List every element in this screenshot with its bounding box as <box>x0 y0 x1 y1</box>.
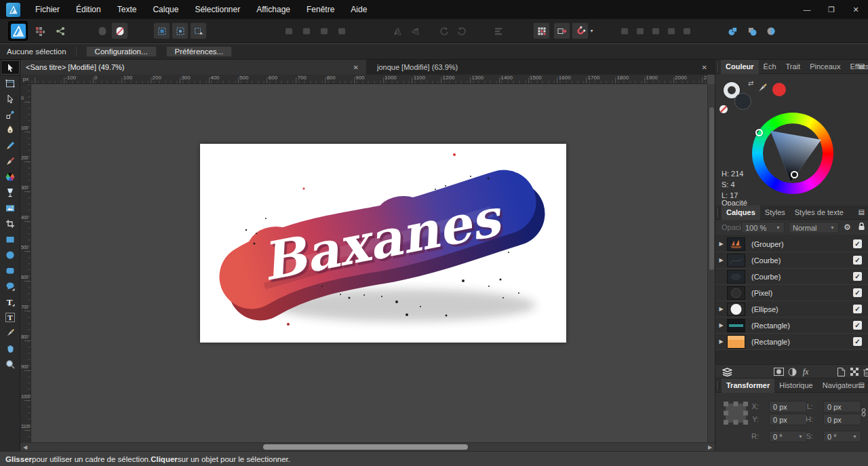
transform-field-l[interactable]: 0 px <box>823 401 861 412</box>
alignment-button[interactable] <box>490 22 507 39</box>
rotate-cw-button[interactable] <box>453 22 470 39</box>
vector-crop-tool[interactable] <box>0 216 20 231</box>
replace-selection-button[interactable] <box>678 22 695 39</box>
transform-field-h[interactable]: 0 px <box>823 414 861 425</box>
tab-historique[interactable]: Historique <box>774 378 818 393</box>
rectangle-tool[interactable] <box>0 231 20 247</box>
layer-visibility-checkbox[interactable]: ✓ <box>853 288 862 297</box>
boolean-subtract-button[interactable] <box>743 22 760 39</box>
artistic-text-tool[interactable]: T <box>0 294 20 309</box>
eyedropper-icon[interactable] <box>756 82 768 94</box>
ellipse-tool[interactable] <box>0 247 20 263</box>
layer-expand-icon[interactable]: ▶ <box>715 338 727 345</box>
node-tool[interactable] <box>0 91 20 106</box>
layer-thumbnail-dark-circle[interactable] <box>727 286 745 300</box>
layer-thumbnail-dark-curve[interactable] <box>727 254 745 267</box>
tab-close-icon[interactable]: ✕ <box>351 64 361 71</box>
canvas-pasteboard[interactable]: Baxanes Baxanes <box>31 84 707 442</box>
adjustment-layer-icon[interactable] <box>786 366 798 378</box>
layer-row[interactable]: (Courbe)✓ <box>715 269 868 285</box>
tab-styles-de-texte[interactable]: Styles de texte <box>790 206 848 220</box>
tab-ech[interactable]: Éch <box>759 60 781 74</box>
panel-grip[interactable] <box>717 381 719 390</box>
insert-inside-button[interactable] <box>647 22 664 39</box>
rotate-ccw-button[interactable] <box>435 22 452 39</box>
move-to-front-button[interactable] <box>333 22 350 39</box>
layer-effects-icon[interactable]: fx <box>800 366 812 378</box>
transform-field-s[interactable]: 0 °▼ <box>823 431 861 442</box>
swap-swatches-icon[interactable]: ⇄ <box>748 79 753 87</box>
panel-grip[interactable] <box>717 62 719 71</box>
layer-row[interactable]: ▶(Ellipse)✓ <box>715 301 868 317</box>
layer-thumbnail-orange-rect[interactable] <box>727 335 745 349</box>
configuration-button[interactable]: Configuration... <box>86 46 157 57</box>
layer-row[interactable]: ▶(Grouper)✓ <box>715 236 868 252</box>
panel-menu-icon[interactable]: ▤ <box>859 62 865 70</box>
colour-picker-tool[interactable] <box>0 325 20 341</box>
menu-edition[interactable]: Édition <box>68 0 109 19</box>
menu-fenetre[interactable]: Fenêtre <box>298 0 342 19</box>
toggle-clip-canvas-button[interactable] <box>111 22 128 39</box>
show-grid-toggle[interactable] <box>533 22 550 39</box>
layer-expand-icon[interactable]: ▶ <box>715 257 727 263</box>
move-forward-button[interactable] <box>315 22 332 39</box>
move-to-back-button[interactable] <box>280 22 297 39</box>
caret-down-icon[interactable]: ▼ <box>798 434 803 439</box>
hue-handle[interactable] <box>755 129 763 136</box>
layer-visibility-checkbox[interactable]: ✓ <box>853 256 862 265</box>
vector-brush-tool[interactable] <box>0 153 20 169</box>
menu-affichage[interactable]: Affichage <box>248 0 298 19</box>
move-tool[interactable] <box>0 60 20 75</box>
point-transform-tool[interactable] <box>0 106 20 122</box>
boolean-intersect-button[interactable] <box>762 22 779 39</box>
shape-tool[interactable] <box>0 278 20 294</box>
no-color-swatch[interactable] <box>719 105 728 113</box>
link-dimensions-icon[interactable] <box>861 408 866 417</box>
lock-icon[interactable] <box>857 222 866 231</box>
flip-horizontal-button[interactable] <box>389 22 406 39</box>
document-tab-1[interactable]: <Sans titre> [Modifié] (49.7%)✕ <box>20 60 366 75</box>
move-backward-button[interactable] <box>298 22 315 39</box>
transform-origin-toggle[interactable] <box>172 22 189 39</box>
artboard[interactable]: Baxanes Baxanes <box>200 144 566 343</box>
picked-color-swatch[interactable] <box>772 83 786 96</box>
restore-button[interactable]: ❐ <box>819 0 844 19</box>
snapping-options-caret[interactable]: ▾ <box>587 22 596 39</box>
horizontal-scroll-thumb[interactable] <box>263 444 468 450</box>
pencil-tool[interactable] <box>0 138 20 153</box>
vertical-scrollbar[interactable] <box>707 84 715 442</box>
menu-fichier[interactable]: Fichier <box>27 0 68 19</box>
ruler-unit[interactable]: px <box>20 75 31 84</box>
layer-expand-icon[interactable]: ▶ <box>715 306 727 312</box>
blend-options-gear-icon[interactable]: ⚙ <box>844 222 851 232</box>
layer-visibility-checkbox[interactable]: ✓ <box>853 272 862 281</box>
menu-calque[interactable]: Calque <box>144 0 186 19</box>
panel-menu-icon[interactable]: ▤ <box>859 208 865 216</box>
insert-behind-button[interactable] <box>616 22 633 39</box>
preferences-button[interactable]: Préférences... <box>166 46 233 57</box>
layer-visibility-checkbox[interactable]: ✓ <box>853 321 862 330</box>
layer-thumbnail-dark-curve2[interactable] <box>727 270 745 284</box>
layer-row[interactable]: (Pixel)✓ <box>715 285 868 301</box>
sl-handle[interactable] <box>791 171 798 178</box>
tab-couleur[interactable]: Couleur <box>721 60 759 74</box>
move-by-whole-pixels-toggle[interactable] <box>553 22 570 39</box>
panel-menu-icon[interactable]: ▤ <box>859 381 865 389</box>
transform-field-r[interactable]: 0 °▼ <box>769 431 807 442</box>
layer-row[interactable]: ▶(Courbe)✓ <box>715 252 868 269</box>
transparency-tool[interactable] <box>0 185 20 200</box>
layer-expand-icon[interactable]: ▶ <box>715 322 727 328</box>
designer-persona-button[interactable] <box>8 21 28 41</box>
boolean-add-button[interactable] <box>724 22 741 39</box>
pixel-persona-button[interactable] <box>31 22 48 39</box>
layer-thumbnail-junk-boat[interactable] <box>727 237 745 251</box>
horizontal-scrollbar[interactable]: ◀ ▶ <box>20 442 715 451</box>
transform-field-y[interactable]: 0 px <box>769 414 807 425</box>
frame-text-tool[interactable]: T <box>0 309 20 325</box>
new-pixel-layer-icon[interactable] <box>848 366 861 378</box>
zoom-tool[interactable] <box>0 356 20 372</box>
place-image-tool[interactable] <box>0 200 20 216</box>
fill-swatch[interactable] <box>734 93 751 110</box>
snapping-toggle[interactable] <box>572 22 589 39</box>
blend-mode-dropdown[interactable]: Normal▼ <box>789 222 839 233</box>
